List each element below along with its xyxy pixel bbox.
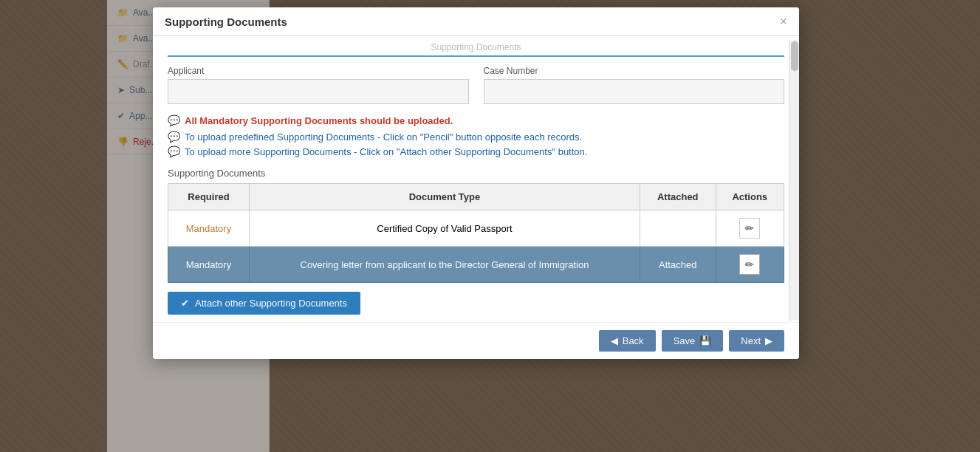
col-document-type: Document Type xyxy=(249,184,640,210)
cell-required-2: Mandatory xyxy=(168,247,250,283)
cell-doctype-2: Covering letter from applicant to the Di… xyxy=(249,247,640,283)
save-label: Save xyxy=(674,335,696,346)
form-row-applicant: Applicant Case Number xyxy=(168,66,784,104)
edit-button-2[interactable]: ✏ xyxy=(739,254,760,275)
mandatory-label-1: Mandatory xyxy=(186,223,231,234)
modal-close-button[interactable]: × xyxy=(779,15,787,28)
table-header-row: Required Document Type Attached Actions xyxy=(168,184,784,210)
col-attached: Attached xyxy=(640,184,716,210)
modal-footer: ◀ Back Save 💾 Next ▶ xyxy=(153,322,799,359)
supporting-docs-label: Supporting Documents xyxy=(168,168,784,179)
applicant-group: Applicant xyxy=(168,66,469,104)
notice-predefined-icon: 💬 xyxy=(168,131,180,143)
supporting-documents-modal: Supporting Documents × Supporting Docume… xyxy=(153,7,799,359)
applicant-label: Applicant xyxy=(168,66,469,76)
notice-mandatory-text: All Mandatory Supporting Documents shoul… xyxy=(185,115,453,126)
col-required: Required xyxy=(168,184,250,210)
section-heading: Supporting Documents xyxy=(168,36,784,57)
modal-title: Supporting Documents xyxy=(165,16,287,28)
next-button[interactable]: Next ▶ xyxy=(729,330,784,352)
notice-upload-more: 💬 To upload more Supporting Documents - … xyxy=(168,145,784,157)
cell-actions-2: ✏ xyxy=(716,247,784,283)
modal-body: Supporting Documents Applicant Case Numb… xyxy=(153,36,799,322)
next-icon: ▶ xyxy=(765,335,772,346)
next-label: Next xyxy=(741,335,761,346)
cell-required-1: Mandatory xyxy=(168,210,250,247)
modal-scrollbar[interactable] xyxy=(789,40,799,321)
modal-header: Supporting Documents × xyxy=(153,7,799,36)
col-actions: Actions xyxy=(716,184,784,210)
mandatory-label-2: Mandatory xyxy=(186,259,231,270)
save-icon: 💾 xyxy=(699,335,711,346)
cell-attached-2: Attached xyxy=(640,247,716,283)
attach-other-docs-button[interactable]: ✔ Attach other Supporting Documents xyxy=(168,292,360,315)
documents-table: Required Document Type Attached Actions … xyxy=(168,183,784,283)
notice-mandatory: 💬 All Mandatory Supporting Documents sho… xyxy=(168,114,784,126)
notice-mandatory-icon: 💬 xyxy=(168,114,180,126)
notice-more-icon: 💬 xyxy=(168,145,180,157)
table-row: Mandatory Certified Copy of Valid Passpo… xyxy=(168,210,784,247)
notice-upload-predefined: 💬 To upload predefined Supporting Docume… xyxy=(168,131,784,143)
save-button[interactable]: Save 💾 xyxy=(662,330,724,352)
back-label: Back xyxy=(623,335,644,346)
applicant-input[interactable] xyxy=(168,79,469,104)
notice-predefined-text: To upload predefined Supporting Document… xyxy=(185,131,582,143)
table-row: Mandatory Covering letter from applicant… xyxy=(168,247,784,283)
case-number-group: Case Number xyxy=(484,66,785,104)
attach-check-icon: ✔ xyxy=(181,298,189,309)
edit-button-1[interactable]: ✏ xyxy=(739,218,760,239)
notice-more-text: To upload more Supporting Documents - Cl… xyxy=(185,146,587,157)
case-number-input[interactable] xyxy=(484,79,785,104)
cell-doctype-1: Certified Copy of Valid Passport xyxy=(249,210,640,247)
scrollbar-thumb xyxy=(791,41,798,71)
back-button[interactable]: ◀ Back xyxy=(599,330,656,352)
case-number-label: Case Number xyxy=(484,66,785,76)
cell-actions-1: ✏ xyxy=(716,210,784,247)
attach-button-label: Attach other Supporting Documents xyxy=(195,298,347,309)
cell-attached-1 xyxy=(640,210,716,247)
back-icon: ◀ xyxy=(611,335,618,346)
